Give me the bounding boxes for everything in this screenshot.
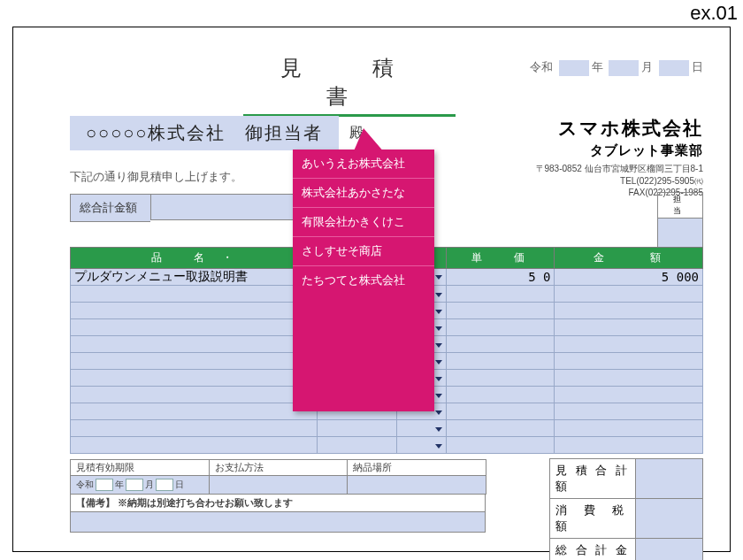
- chevron-down-icon: [435, 343, 442, 348]
- cell-name[interactable]: [71, 303, 318, 319]
- cell-unit[interactable]: [396, 437, 446, 454]
- cell-name[interactable]: [71, 387, 318, 403]
- footer-h1: 見積有効期限: [70, 459, 210, 476]
- cell-amount[interactable]: [555, 286, 703, 303]
- chevron-down-icon: [435, 427, 442, 432]
- cell-amount[interactable]: [555, 420, 703, 437]
- chevron-down-icon: [435, 293, 442, 297]
- cell-amount[interactable]: [555, 303, 703, 319]
- day-suffix: 日: [692, 60, 703, 73]
- era-label: 令和: [530, 60, 553, 73]
- tax-label: 消 費 税 額: [549, 498, 636, 539]
- year-suffix: 年: [592, 60, 603, 73]
- cell-unit[interactable]: [396, 420, 446, 437]
- chevron-down-icon: [435, 275, 442, 280]
- intro-text: 下記の通り御見積申し上げます。: [70, 169, 242, 185]
- remark-head-label: 【備考】: [76, 497, 115, 508]
- dropdown-option[interactable]: 株式会社あかさたな: [293, 179, 434, 208]
- document-frame: 見 積 書 令和 年 月 日 ○○○○○株式会社 御担当者 殿 下記の通り御見積…: [12, 27, 731, 552]
- cell-price[interactable]: [446, 353, 555, 370]
- month-input[interactable]: [609, 60, 639, 76]
- month-suffix: 月: [641, 60, 653, 73]
- th-price: 単 価: [446, 248, 555, 269]
- payment-input[interactable]: [209, 476, 349, 495]
- cell-price[interactable]: [446, 387, 555, 403]
- era2: 令和: [76, 479, 94, 491]
- valid-date-input[interactable]: 令和 年 月 日: [70, 476, 210, 495]
- m2: 月: [145, 479, 154, 491]
- cell-name[interactable]: [71, 353, 318, 370]
- table-row: [71, 420, 703, 437]
- cell-qty[interactable]: [318, 437, 396, 454]
- year-input[interactable]: [559, 60, 589, 76]
- company-address: 〒983-0852 仙台市宮城野区榴岡三丁目8-1: [536, 163, 704, 175]
- cell-amount[interactable]: [555, 370, 703, 387]
- dropdown-option[interactable]: 有限会社かきくけこ: [293, 208, 434, 237]
- dropdown-pointer-icon: [353, 128, 385, 153]
- customer-row: ○○○○○株式会社 御担当者 殿: [70, 116, 364, 150]
- remark-input[interactable]: [70, 512, 486, 533]
- chevron-down-icon: [435, 394, 442, 398]
- cell-name[interactable]: [71, 437, 318, 454]
- chevron-down-icon: [435, 326, 442, 331]
- chevron-down-icon: [435, 310, 442, 314]
- tax-value: [636, 498, 703, 539]
- chevron-down-icon: [435, 377, 442, 381]
- cell-name[interactable]: [71, 336, 318, 353]
- dropdown-option[interactable]: あいうえお株式会社: [293, 150, 434, 179]
- stamp-caption: 担 当: [657, 192, 703, 219]
- remark-text: ※納期は別途打ち合わせお願い致します: [118, 497, 293, 508]
- cell-amount[interactable]: [555, 437, 703, 454]
- company-name: スマホ株式会社: [536, 116, 704, 141]
- cell-name[interactable]: [71, 420, 318, 437]
- remark-head: 【備考】 ※納期は別途打ち合わせお願い致します: [70, 495, 486, 512]
- chevron-down-icon: [435, 410, 442, 415]
- company-dept: タブレット事業部: [536, 142, 704, 159]
- y2: 年: [115, 479, 124, 491]
- table-row: [71, 437, 703, 454]
- cell-price[interactable]: [446, 370, 555, 387]
- grandtotal2-label: 総 合 計 金 額: [549, 538, 636, 560]
- d2: 日: [175, 479, 184, 491]
- cell-name[interactable]: [71, 319, 318, 336]
- cell-amount[interactable]: [555, 319, 703, 336]
- day-input[interactable]: [659, 60, 689, 76]
- grand-total-row: 総合計金額: [70, 194, 327, 222]
- grandtotal2-value: [636, 538, 703, 560]
- cell-price[interactable]: [446, 420, 555, 437]
- totals-block: 見 積 合 計 額 消 費 税 額 総 合 計 金 額: [549, 459, 703, 560]
- footer-h2: お支払方法: [209, 459, 349, 476]
- cell-name[interactable]: [71, 370, 318, 387]
- cell-price[interactable]: [446, 403, 555, 420]
- cell-amount[interactable]: [555, 353, 703, 370]
- subtotal-label: 見 積 合 計 額: [549, 458, 636, 499]
- cell-amount[interactable]: [555, 387, 703, 403]
- dropdown-option[interactable]: たちつてと株式会社: [293, 266, 434, 411]
- cell-name[interactable]: [71, 286, 318, 303]
- cell-name[interactable]: [71, 403, 318, 420]
- th-amount: 金 額: [555, 248, 703, 269]
- footer-left: 見積有効期限 お支払方法 納品場所 令和 年 月 日 【備考】: [70, 459, 486, 533]
- customer-dropdown[interactable]: ○○○○○株式会社 御担当者: [70, 116, 339, 150]
- example-label: ex.01: [690, 2, 738, 25]
- cell-price[interactable]: [446, 303, 555, 319]
- cell-price[interactable]: [446, 437, 555, 454]
- cell-amount[interactable]: [555, 336, 703, 353]
- subtotal-value: [636, 458, 703, 499]
- th-name: 品 名 ・: [71, 248, 318, 269]
- cell-name[interactable]: プルダウンメニュー取扱説明書: [71, 269, 318, 286]
- chevron-down-icon: [435, 360, 442, 364]
- customer-dropdown-list[interactable]: あいうえお株式会社株式会社あかさたな有限会社かきくけこさしすせそ商店たちつてと株…: [293, 150, 434, 411]
- cell-qty[interactable]: [318, 420, 396, 437]
- company-tel: TEL(022)295-5905㈹: [536, 175, 704, 188]
- cell-amount[interactable]: 5 000: [555, 269, 703, 286]
- cell-price[interactable]: [446, 286, 555, 303]
- date-block: 令和 年 月 日: [530, 59, 703, 76]
- dropdown-option[interactable]: さしすせそ商店: [293, 237, 434, 266]
- cell-price[interactable]: 5 0: [446, 269, 555, 286]
- cell-price[interactable]: [446, 336, 555, 353]
- cell-amount[interactable]: [555, 403, 703, 420]
- cell-price[interactable]: [446, 319, 555, 336]
- delivery-input[interactable]: [347, 476, 486, 495]
- grand-total-label: 総合計金額: [70, 194, 150, 222]
